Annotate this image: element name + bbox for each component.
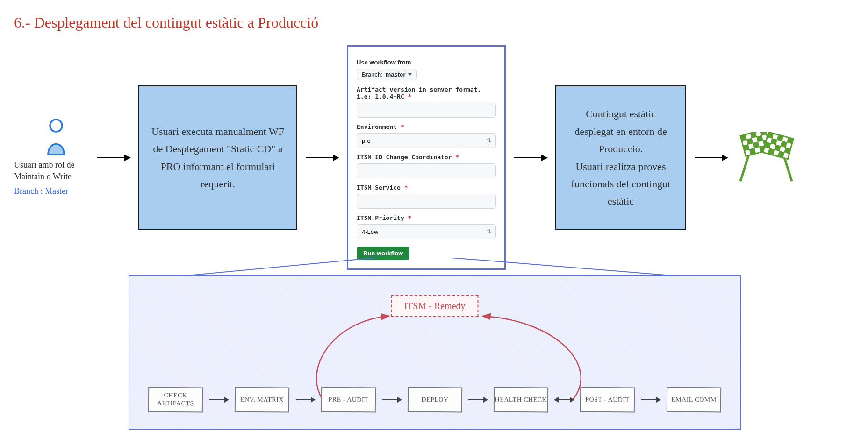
step-post-audit: POST - AUDIT <box>580 387 635 413</box>
arrow-icon <box>209 399 228 400</box>
svg-rect-7 <box>746 138 753 144</box>
required-marker: * <box>408 93 412 100</box>
itsm-id-input[interactable] <box>357 163 496 178</box>
arrow-icon <box>468 399 487 400</box>
arrow-icon <box>695 157 727 158</box>
run-workflow-button[interactable]: Run workflow <box>357 247 409 260</box>
environment-label: Environment * <box>357 123 496 130</box>
svg-rect-22 <box>784 147 790 153</box>
svg-rect-12 <box>749 148 755 154</box>
svg-rect-17 <box>787 137 793 143</box>
artifact-label: Artifact version in semver format, i.e: … <box>357 86 496 100</box>
branch-value: master <box>386 71 406 78</box>
environment-label-text: Environment <box>357 123 397 130</box>
svg-rect-8 <box>757 135 763 141</box>
itsm-service-label-text: ITSM Service <box>357 184 401 191</box>
step-check-artifacts: CHECK ARTIFACTS <box>148 387 203 413</box>
itsm-service-input[interactable] <box>357 194 496 209</box>
step-env-matrix: ENV. MATRIX <box>235 387 289 413</box>
svg-rect-24 <box>778 151 784 157</box>
required-marker: * <box>408 214 412 221</box>
double-arrow-icon <box>555 399 574 400</box>
step-health-check: HEALTH CHECK <box>494 387 548 413</box>
svg-point-0 <box>50 120 62 132</box>
arrow-icon <box>296 399 315 400</box>
step-box-result: Contingut estàtic desplegat en entorn de… <box>555 85 686 230</box>
finish-flag-icon <box>736 132 796 184</box>
pipeline-container: ITSM - Remedy CHECK ARTIFACTS ENV. MATRI… <box>129 275 741 430</box>
artifact-input[interactable] <box>357 103 496 118</box>
itsm-priority-label-text: ITSM Priority <box>357 214 404 221</box>
svg-rect-21 <box>775 144 781 150</box>
step-pre-audit: PRE - AUDIT <box>321 387 376 413</box>
svg-rect-10 <box>753 141 759 148</box>
svg-rect-9 <box>743 144 749 150</box>
page-title: 6.- Desplegament del contingut estàtic a… <box>14 14 854 31</box>
user-branch-label: Branch : Master <box>14 185 68 197</box>
pipeline-detail: ITSM - Remedy CHECK ARTIFACTS ENV. MATRI… <box>129 275 741 430</box>
itsm-remedy-box: ITSM - Remedy <box>391 295 478 317</box>
arrow-icon <box>514 157 547 158</box>
itsm-id-label-text: ITSM ID Change Coordinator <box>357 154 452 161</box>
chevron-down-icon <box>408 73 412 76</box>
svg-rect-16 <box>777 134 783 141</box>
svg-rect-5 <box>750 132 756 138</box>
svg-rect-19 <box>781 141 787 147</box>
svg-rect-15 <box>767 132 773 138</box>
arrow-icon <box>382 399 401 400</box>
itsm-priority-select[interactable] <box>357 224 496 239</box>
required-marker: * <box>404 184 408 191</box>
user-role-label: Usuari amb rol de Maintain o Write <box>14 159 89 183</box>
svg-rect-20 <box>764 142 770 148</box>
use-workflow-label: Use workflow from <box>357 59 496 66</box>
itsm-service-label: ITSM Service * <box>357 184 496 191</box>
arrow-icon <box>97 157 130 158</box>
arrow-icon <box>641 399 660 400</box>
itsm-id-label: ITSM ID Change Coordinator * <box>357 154 496 161</box>
required-marker: * <box>401 123 404 130</box>
svg-rect-4 <box>740 134 746 141</box>
step-box-text: Usuari executa manualment WF de Desplega… <box>150 123 286 193</box>
itsm-priority-label: ITSM Priority * <box>357 214 496 221</box>
arrow-icon <box>306 157 338 158</box>
user-block: Usuari amb rol de Maintain o Write Branc… <box>14 118 89 198</box>
step-box-manual-trigger: Usuari executa manualment WF de Desplega… <box>138 85 297 230</box>
artifact-label-text: Artifact version in semver format, i.e: … <box>357 86 481 100</box>
step-deploy: DEPLOY <box>407 387 462 413</box>
main-flow: Usuari amb rol de Maintain o Write Branc… <box>14 45 854 270</box>
branch-selector[interactable]: Branch: master <box>357 69 417 80</box>
branch-prefix: Branch: <box>362 71 383 78</box>
pipeline-steps: CHECK ARTIFACTS ENV. MATRIX PRE - AUDIT … <box>148 387 721 412</box>
workflow-form: Use workflow from Branch: master Artifac… <box>347 45 506 270</box>
step-box-text: Contingut estàtic desplegat en entorn de… <box>567 105 675 210</box>
svg-rect-18 <box>771 138 777 144</box>
environment-select[interactable] <box>357 133 496 148</box>
svg-rect-23 <box>768 148 774 154</box>
step-email-comm: EMAIL COMM <box>667 387 721 413</box>
required-marker: * <box>455 154 459 161</box>
user-icon <box>43 118 69 155</box>
